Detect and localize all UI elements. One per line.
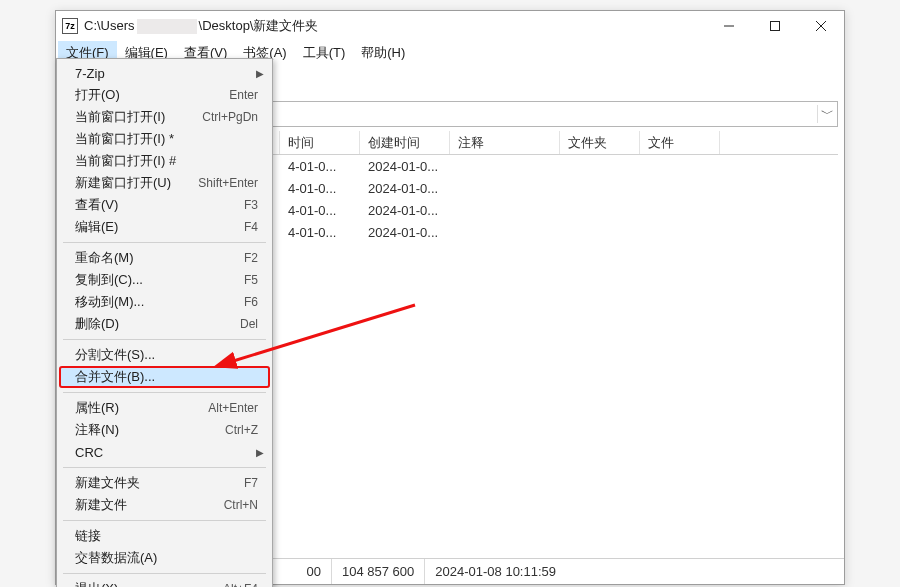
- menu-item-label: 新建窗口打开(U): [75, 174, 198, 192]
- menu-separator: [63, 520, 266, 521]
- cell-ctime: 2024-01-0...: [360, 159, 450, 174]
- maximize-button[interactable]: [752, 11, 798, 41]
- submenu-arrow-icon: ▶: [256, 447, 264, 458]
- menu-item[interactable]: 链接: [59, 525, 270, 547]
- menu-item[interactable]: 注释(N)Ctrl+Z: [59, 419, 270, 441]
- window-title: C:\Users\Desktop\新建文件夹: [84, 17, 706, 35]
- menu-item-label: 复制到(C)...: [75, 271, 244, 289]
- menu-item-accel: Del: [240, 317, 258, 331]
- menu-item[interactable]: 打开(O)Enter: [59, 84, 270, 106]
- title-part-pre: C:\Users: [84, 18, 135, 33]
- column-header[interactable]: 时间: [280, 131, 360, 154]
- file-menu-dropdown: 7-Zip▶打开(O)Enter当前窗口打开(I)Ctrl+PgDn当前窗口打开…: [56, 58, 273, 587]
- menu-item-accel: Ctrl+PgDn: [202, 110, 258, 124]
- menu-item-accel: F3: [244, 198, 258, 212]
- menu-item-label: 删除(D): [75, 315, 240, 333]
- menu-item-accel: Alt+Enter: [208, 401, 258, 415]
- menu-separator: [63, 392, 266, 393]
- menu-item-label: 分割文件(S)...: [75, 346, 258, 364]
- menu-item-label: CRC: [75, 445, 258, 460]
- menu-item-label: 打开(O): [75, 86, 229, 104]
- address-dropdown-icon[interactable]: ﹀: [817, 105, 837, 123]
- titlebar: 7z C:\Users\Desktop\新建文件夹: [56, 11, 844, 41]
- menu-item[interactable]: 当前窗口打开(I) *: [59, 128, 270, 150]
- menu-item-label: 注释(N): [75, 421, 225, 439]
- menu-item[interactable]: 新建窗口打开(U)Shift+Enter: [59, 172, 270, 194]
- menu-item-accel: F6: [244, 295, 258, 309]
- window-controls: [706, 11, 844, 41]
- column-header[interactable]: 文件夹: [560, 131, 640, 154]
- menu-item-label: 7-Zip: [75, 66, 258, 81]
- menu-item[interactable]: CRC▶: [59, 441, 270, 463]
- cell-mtime: 4-01-0...: [280, 225, 360, 240]
- menu-item[interactable]: 复制到(C)...F5: [59, 269, 270, 291]
- menu-item-label: 当前窗口打开(I): [75, 108, 202, 126]
- menu-工具(T)[interactable]: 工具(T): [295, 41, 354, 65]
- menu-item-label: 编辑(E): [75, 218, 244, 236]
- menu-item-accel: Ctrl+Z: [225, 423, 258, 437]
- column-header[interactable]: 创建时间: [360, 131, 450, 154]
- menu-item-label: 新建文件夹: [75, 474, 244, 492]
- cell-mtime: 4-01-0...: [280, 181, 360, 196]
- menu-item[interactable]: 编辑(E)F4: [59, 216, 270, 238]
- menu-item[interactable]: 删除(D)Del: [59, 313, 270, 335]
- menu-item[interactable]: 当前窗口打开(I) #: [59, 150, 270, 172]
- close-button[interactable]: [798, 11, 844, 41]
- cell-ctime: 2024-01-0...: [360, 203, 450, 218]
- menu-item[interactable]: 当前窗口打开(I)Ctrl+PgDn: [59, 106, 270, 128]
- menu-item-label: 查看(V): [75, 196, 244, 214]
- title-part-post: \Desktop\新建文件夹: [199, 18, 319, 33]
- menu-item-label: 退出(X): [75, 580, 223, 587]
- redacted-username: [137, 19, 197, 34]
- menu-item[interactable]: 属性(R)Alt+Enter: [59, 397, 270, 419]
- menu-separator: [63, 467, 266, 468]
- status-seg-date: 2024-01-08 10:11:59: [425, 559, 566, 584]
- cell-ctime: 2024-01-0...: [360, 181, 450, 196]
- submenu-arrow-icon: ▶: [256, 68, 264, 79]
- menu-item-label: 交替数据流(A): [75, 549, 258, 567]
- menu-帮助(H)[interactable]: 帮助(H): [353, 41, 413, 65]
- menu-item[interactable]: 移动到(M)...F6: [59, 291, 270, 313]
- menu-item[interactable]: 合并文件(B)...: [59, 366, 270, 388]
- menu-item[interactable]: 7-Zip▶: [59, 62, 270, 84]
- menu-item-accel: Enter: [229, 88, 258, 102]
- menu-separator: [63, 242, 266, 243]
- menu-item[interactable]: 查看(V)F3: [59, 194, 270, 216]
- menu-item[interactable]: 交替数据流(A): [59, 547, 270, 569]
- menu-item-accel: Ctrl+N: [224, 498, 258, 512]
- menu-item-label: 当前窗口打开(I) #: [75, 152, 258, 170]
- menu-item[interactable]: 退出(X)Alt+F4: [59, 578, 270, 587]
- status-seg-size: 104 857 600: [332, 559, 425, 584]
- column-header[interactable]: 文件: [640, 131, 720, 154]
- svg-rect-1: [771, 22, 780, 31]
- menu-item-label: 移动到(M)...: [75, 293, 244, 311]
- menu-item-accel: F2: [244, 251, 258, 265]
- menu-separator: [63, 573, 266, 574]
- menu-item-label: 属性(R): [75, 399, 208, 417]
- menu-item[interactable]: 新建文件Ctrl+N: [59, 494, 270, 516]
- menu-item-label: 重命名(M): [75, 249, 244, 267]
- menu-item[interactable]: 新建文件夹F7: [59, 472, 270, 494]
- menu-item-accel: Shift+Enter: [198, 176, 258, 190]
- menu-item-label: 当前窗口打开(I) *: [75, 130, 258, 148]
- menu-item-label: 合并文件(B)...: [75, 368, 258, 386]
- menu-separator: [63, 339, 266, 340]
- menu-item[interactable]: 重命名(M)F2: [59, 247, 270, 269]
- menu-item-label: 新建文件: [75, 496, 224, 514]
- cell-mtime: 4-01-0...: [280, 203, 360, 218]
- menu-item[interactable]: 分割文件(S)...: [59, 344, 270, 366]
- app-icon: 7z: [62, 18, 78, 34]
- column-header[interactable]: 注释: [450, 131, 560, 154]
- menu-item-accel: Alt+F4: [223, 582, 258, 587]
- minimize-button[interactable]: [706, 11, 752, 41]
- cell-ctime: 2024-01-0...: [360, 225, 450, 240]
- menu-item-label: 链接: [75, 527, 258, 545]
- menu-item-accel: F4: [244, 220, 258, 234]
- menu-item-accel: F7: [244, 476, 258, 490]
- cell-mtime: 4-01-0...: [280, 159, 360, 174]
- menu-item-accel: F5: [244, 273, 258, 287]
